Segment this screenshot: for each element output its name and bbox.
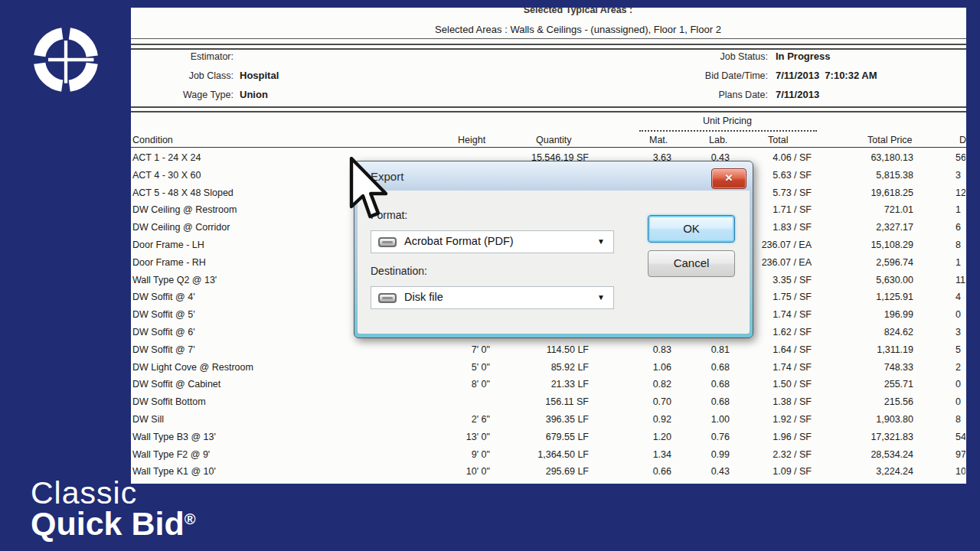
cell-condition: Wall Type F2 @ 9' xyxy=(132,449,210,460)
estimator-label: Estimator: xyxy=(131,51,234,64)
ok-button[interactable]: OK xyxy=(648,215,735,243)
cell-condition: Door Frame - LH xyxy=(132,240,204,250)
cell-total_price: 215.56 xyxy=(822,396,913,407)
cell-mat: 0.82 xyxy=(610,379,671,390)
cell-total: 1.64 / SF xyxy=(735,344,812,355)
cell-partial: 1 xyxy=(956,257,965,268)
cell-mat: 0.66 xyxy=(610,466,671,477)
cell-total: 1.74 / SF xyxy=(735,362,812,373)
app-window: { "colors":{"navy_bg":"#202c74","dialog_… xyxy=(0,0,980,551)
cell-condition: DW Ceiling @ Corridor xyxy=(132,222,230,233)
cell-condition: DW Soffit @ 5' xyxy=(132,309,195,320)
table-row[interactable]: DW Soffit @ Cabinet8' 0"21.33 LF0.820.68… xyxy=(131,379,966,396)
brand-classic-label: Classic xyxy=(31,478,137,509)
cell-condition: Wall Type K1 @ 10' xyxy=(132,466,216,477)
format-dropdown[interactable]: Acrobat Format (PDF) ▼ xyxy=(371,230,614,253)
cell-mat: 0.70 xyxy=(610,396,671,407)
cell-partial: 2 xyxy=(956,362,965,373)
cell-lab: 0.99 xyxy=(668,449,730,460)
cell-mat: 0.92 xyxy=(610,414,671,425)
cell-total_price: 19,618.25 xyxy=(822,187,913,198)
dialog-title: Export xyxy=(371,170,403,183)
cell-partial: 10 xyxy=(956,466,965,477)
table-row[interactable]: DW Soffit Bottom156.11 SF0.700.681.38 / … xyxy=(131,396,966,413)
cell-mat: 1.34 xyxy=(610,449,671,460)
cell-total: 1.92 / SF xyxy=(735,414,812,425)
cell-total_price: 255.71 xyxy=(822,379,913,390)
cell-condition: ACT 1 - 24 X 24 xyxy=(132,152,201,163)
cell-lab: 0.43 xyxy=(668,466,730,477)
cell-total_price: 5,815.38 xyxy=(822,170,913,181)
bid-datetime-value: 7/11/2013 7:10:32 AM xyxy=(776,70,877,82)
table-row[interactable]: Wall Type F2 @ 9'9' 0"1,364.50 LF1.340.9… xyxy=(131,449,966,466)
cell-partial: 54 xyxy=(956,432,965,442)
cell-condition: DW Sill xyxy=(132,414,164,425)
cell-total: 1.96 / SF xyxy=(735,432,812,442)
divider-line xyxy=(131,38,966,39)
cell-total_price: 721.01 xyxy=(822,204,913,215)
cell-total_price: 1,125.91 xyxy=(822,292,913,302)
cell-quantity: 396.35 LF xyxy=(451,414,589,425)
column-header-condition: Condition xyxy=(132,135,173,145)
table-row[interactable]: DW Sill2' 6"396.35 LF0.921.001.92 / SF1,… xyxy=(131,414,966,431)
table-row[interactable]: DW Soffit @ 7'7' 0"114.50 LF0.830.811.64… xyxy=(131,344,966,361)
close-icon: ✕ xyxy=(725,172,733,184)
job-status-label: Job Status: xyxy=(590,51,768,64)
cell-total_price: 748.33 xyxy=(822,362,913,373)
column-header-underline xyxy=(131,147,966,148)
unit-pricing-group-header: Unit Pricing xyxy=(703,116,752,126)
cell-lab: 0.76 xyxy=(668,432,730,442)
cell-mat: 0.83 xyxy=(610,344,671,355)
close-button[interactable]: ✕ xyxy=(711,168,746,189)
report-subtitle: Selected Areas : Walls & Ceilings - (una… xyxy=(435,24,721,35)
cell-condition: DW Light Cove @ Restroom xyxy=(132,362,253,373)
column-header-mat: Mat. xyxy=(649,135,668,145)
cell-lab: 0.68 xyxy=(668,362,730,373)
cell-total_price: 1,311.19 xyxy=(822,344,913,355)
cell-partial: 3 xyxy=(956,170,965,181)
disk-icon xyxy=(378,293,397,303)
cell-partial: 3 xyxy=(956,327,965,337)
plans-date-label: Plans Date: xyxy=(590,90,768,102)
column-header-height: Height xyxy=(458,135,485,145)
brand-quickbid-text: Quick Bid xyxy=(31,505,185,542)
export-dialog: Export ✕ Format: Acrobat Format (PDF) ▼ … xyxy=(354,161,753,338)
cell-partial: 0 xyxy=(956,309,965,320)
cancel-button[interactable]: Cancel xyxy=(648,250,735,277)
cell-total_price: 28,534.24 xyxy=(822,449,913,460)
cell-condition: DW Soffit @ 6' xyxy=(132,327,195,337)
cell-partial: 97 xyxy=(956,449,965,460)
format-dropdown-value: Acrobat Format (PDF) xyxy=(404,235,514,247)
destination-dropdown[interactable]: Disk file ▼ xyxy=(371,286,614,309)
cell-mat: 1.06 xyxy=(610,362,671,373)
cell-condition: DW Soffit @ 4' xyxy=(132,292,195,302)
plans-date-value: 7/11/2013 xyxy=(776,89,819,101)
cell-total_price: 5,630.00 xyxy=(822,275,913,285)
job-class-label: Job Class: xyxy=(131,70,234,83)
brand-quickbid-label: Quick Bid® xyxy=(31,507,195,540)
cell-total_price: 2,327.17 xyxy=(822,222,913,233)
disk-icon xyxy=(378,237,397,247)
unit-pricing-dotted-line xyxy=(639,130,817,132)
cell-total_price: 17,321.83 xyxy=(822,432,913,442)
divider-double-line xyxy=(131,44,966,50)
cell-quantity: 85.92 LF xyxy=(451,362,589,373)
cell-partial: 8 xyxy=(956,414,965,425)
cell-condition: Wall Type B3 @ 13' xyxy=(132,432,216,442)
format-label: Format: xyxy=(371,209,407,221)
cell-condition: Door Frame - RH xyxy=(132,257,206,268)
table-row[interactable]: Wall Type K1 @ 10'10' 0"295.69 LF0.660.4… xyxy=(131,466,966,483)
cell-partial: 1 xyxy=(956,204,965,215)
job-class-value: Hospital xyxy=(240,70,279,82)
table-row[interactable]: Wall Type B3 @ 13'13' 0"679.55 LF1.200.7… xyxy=(131,432,966,448)
cell-total: 1.09 / SF xyxy=(735,466,812,477)
cell-total_price: 1,903.80 xyxy=(822,414,913,425)
cell-total: 1.50 / SF xyxy=(735,379,812,390)
cell-total: 1.38 / SF xyxy=(735,396,812,407)
job-status-value: In Progress xyxy=(776,51,831,63)
chevron-down-icon: ▼ xyxy=(597,293,605,302)
table-row[interactable]: DW Light Cove @ Restroom5' 0"85.92 LF1.0… xyxy=(131,362,966,379)
crosshair-target-logo-icon xyxy=(29,23,103,96)
column-header-lab: Lab. xyxy=(709,135,727,145)
wage-type-label: Wage Type: xyxy=(131,90,234,102)
